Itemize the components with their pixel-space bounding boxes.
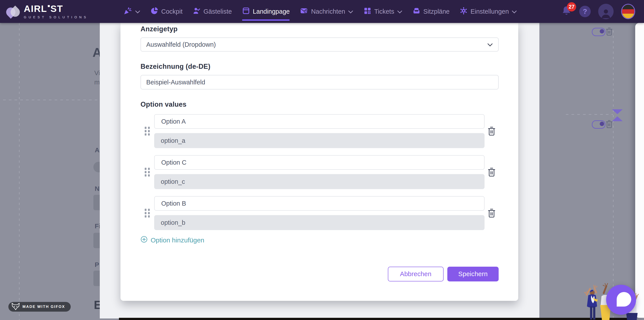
- option-name-input[interactable]: [154, 114, 484, 129]
- options-label: Option values: [140, 101, 186, 108]
- dimmed-page-left: A Vi m A N Fi P E: [0, 23, 100, 320]
- option-value-text: option_c: [161, 178, 185, 185]
- navbar-actions: 27 ?: [561, 4, 644, 19]
- main-navigation: Cockpit Gästeliste Landingpage Nachricht…: [123, 0, 517, 23]
- background-input-fragment: [94, 195, 100, 210]
- background-paragraph-line2: m: [94, 79, 100, 86]
- nav-label: Nachrichten: [311, 8, 345, 15]
- user-check-icon: [193, 7, 201, 16]
- add-option-button[interactable]: Option hinzufügen: [140, 236, 204, 244]
- nav-label: Gästeliste: [204, 8, 232, 15]
- background-input-fragment: [94, 233, 100, 248]
- page-bottom-bar: [119, 318, 635, 320]
- dashed-guide-vertical: [19, 23, 20, 320]
- nav-item-nachrichten[interactable]: Nachrichten: [300, 0, 353, 23]
- background-visibility-toggle: [592, 120, 606, 129]
- nav-label: Landingpage: [253, 8, 290, 15]
- nav-item-gaesteliste[interactable]: Gästeliste: [193, 0, 232, 23]
- drag-handle[interactable]: [145, 127, 150, 136]
- logo-dot: [48, 5, 50, 7]
- delete-option-button[interactable]: [488, 127, 496, 136]
- brand-name: AIRLST: [24, 4, 88, 14]
- pie-chart-icon: [150, 7, 158, 16]
- nav-item-einstellungen[interactable]: Einstellungen: [460, 0, 517, 23]
- chat-bubble-icon: [617, 292, 631, 306]
- side-panel-edge: [635, 23, 644, 318]
- background-field-label-n: N: [95, 185, 100, 192]
- add-option-label: Option hinzufügen: [151, 236, 204, 244]
- background-field-label-a: A: [95, 146, 100, 154]
- option-name-input[interactable]: [154, 155, 484, 170]
- qr-code-icon: [364, 7, 371, 16]
- background-toggle-fragment: [94, 162, 100, 172]
- gifox-watermark: MADE WITH GIFOX: [8, 302, 71, 312]
- name-input[interactable]: [140, 75, 499, 90]
- delete-option-button[interactable]: [488, 167, 496, 177]
- nav-label: Tickets: [374, 8, 394, 15]
- save-button[interactable]: Speichern: [447, 267, 499, 281]
- chevron-down-icon: [512, 8, 517, 15]
- option-value-field: option_b: [154, 215, 484, 230]
- brand-tagline: GUEST SOLUTIONS: [24, 15, 88, 19]
- airlst-logo-icon: [6, 5, 20, 19]
- background-heading-fragment: A: [92, 45, 100, 60]
- mail-check-icon: [300, 7, 308, 16]
- background-paragraph-line1: Vi: [94, 69, 100, 77]
- nav-label: Cockpit: [161, 8, 182, 15]
- trash-icon: [606, 120, 613, 129]
- party-popper-icon: [123, 7, 132, 17]
- background-heading-fragment-bottom: E: [94, 298, 100, 312]
- nav-item-sitzplaene[interactable]: Sitzpläne: [412, 0, 450, 23]
- background-field-label-fi: Fi: [95, 222, 100, 230]
- name-label: Bezeichnung (de-DE): [140, 63, 210, 71]
- fox-icon: [12, 302, 20, 311]
- background-field-label-p: P: [95, 261, 99, 268]
- display-type-select[interactable]: Auswahlfeld (Dropdown): [140, 38, 499, 52]
- dashed-guide-horizontal: [566, 114, 613, 115]
- gear-icon: [460, 7, 468, 16]
- nav-item-landingpage[interactable]: Landingpage: [242, 0, 290, 23]
- event-switcher[interactable]: [123, 0, 140, 23]
- delete-option-button[interactable]: [488, 208, 496, 218]
- chevron-down-icon: [135, 8, 140, 15]
- option-value-field: option_c: [154, 174, 484, 189]
- move-up-icon: [612, 116, 623, 121]
- background-input-fragment: [94, 271, 100, 286]
- circle-plus-icon: [140, 236, 148, 244]
- background-visibility-toggle: [592, 28, 606, 36]
- cancel-button[interactable]: Abbrechen: [388, 267, 444, 281]
- nav-item-cockpit[interactable]: Cockpit: [150, 0, 182, 23]
- help-button[interactable]: ?: [579, 6, 591, 17]
- dashed-guide-horizontal: [3, 100, 100, 100]
- brand-logo[interactable]: AIRLST GUEST SOLUTIONS: [0, 4, 123, 19]
- language-flag-german[interactable]: [621, 4, 635, 19]
- display-type-label: Anzeigetyp: [140, 25, 178, 33]
- chevron-down-icon: [397, 8, 402, 15]
- drag-handle[interactable]: [145, 168, 150, 177]
- browser-window-icon: [242, 7, 250, 16]
- display-type-value: Auswahlfeld (Dropdown): [146, 41, 216, 48]
- dashed-guide-vertical: [613, 31, 614, 320]
- nav-label: Sitzpläne: [423, 8, 450, 15]
- option-value-text: option_b: [161, 219, 185, 226]
- drag-handle[interactable]: [145, 209, 150, 217]
- nav-label: Einstellungen: [470, 8, 509, 15]
- notifications-button[interactable]: 27: [561, 5, 572, 18]
- move-down-icon: [612, 109, 623, 114]
- app-screen: A Vi m A N Fi P E Anzeigetyp Auswahlfe: [0, 0, 644, 320]
- notification-count-badge: 27: [567, 2, 576, 12]
- chevron-down-icon: [487, 41, 493, 48]
- option-value-field: option_a: [154, 133, 484, 148]
- nav-item-tickets[interactable]: Tickets: [364, 0, 402, 23]
- gifox-label: MADE WITH GIFOX: [22, 304, 65, 309]
- chevron-down-icon: [348, 8, 353, 15]
- armchair-icon: [412, 7, 420, 16]
- dimmed-page-right: [540, 23, 644, 320]
- user-avatar[interactable]: [598, 4, 614, 19]
- top-navbar: AIRLST GUEST SOLUTIONS Cockpit: [0, 0, 644, 23]
- option-name-input[interactable]: [154, 196, 484, 211]
- chat-launcher-button[interactable]: [606, 285, 636, 315]
- option-value-text: option_a: [161, 137, 185, 144]
- field-editor-modal: Anzeigetyp Auswahlfeld (Dropdown) Bezeic…: [120, 23, 518, 301]
- trash-icon: [606, 27, 613, 36]
